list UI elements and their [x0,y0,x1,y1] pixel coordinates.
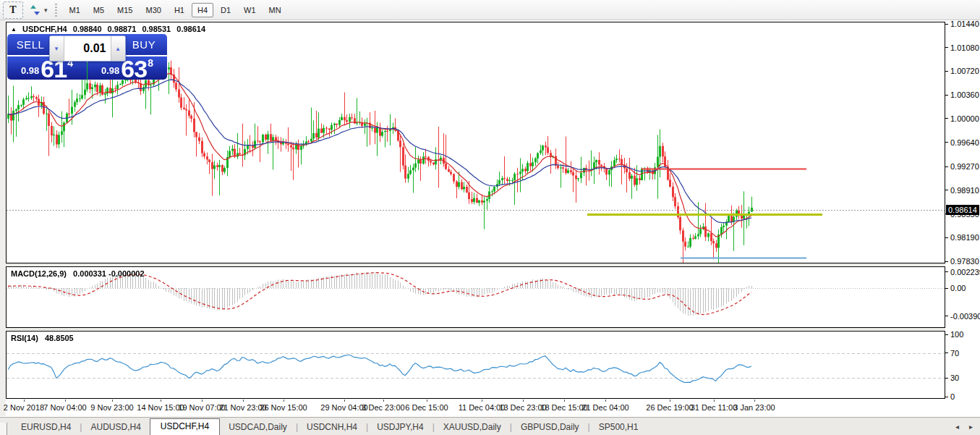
date-axis-tick [161,400,161,402]
timeframe-button-m30[interactable]: M30 [140,3,167,17]
price-axis-label: 0.99640 [950,138,979,147]
tab-scroll-right-icon[interactable]: ▸ [969,423,973,431]
date-axis-label: 3 Jan 23:00 [722,403,787,412]
price-axis-tick [945,71,948,72]
timeframe-group: M1M5M15M30H1H4D1W1MN [63,3,288,17]
volume-input[interactable] [64,36,111,61]
macd-axis-label: -0.003901 [950,312,980,321]
price-axis[interactable]: 1.014401.010801.007201.003601.000000.996… [945,20,980,400]
tab-stub [0,423,7,435]
date-axis-tick [202,400,203,402]
caret-up-icon: ▴ [116,45,120,52]
price-axis-label: 0.98190 [950,233,979,242]
pane-splitter[interactable] [6,263,945,266]
price-axis-tick [945,190,948,190]
rsi-axis-tick [945,334,948,335]
ohlc-open: 0.98840 [73,25,102,33]
date-axis-tick [427,400,427,402]
date-axis-tick [243,400,244,402]
top-toolbar: T ▾ M1M5M15M30H1H4D1W1MN [0,0,980,20]
buy-button[interactable]: BUY [121,38,167,51]
tab-scroll-controls: ◂ ▸ [955,423,973,431]
price-axis-label: 0.97830 [950,257,979,266]
tab-gbpusd-daily[interactable]: GBPUSD,Daily [512,420,588,435]
tab-audusd-h4[interactable]: AUDUSD,H4 [82,420,149,435]
tab-sp500-h1[interactable]: SP500,H1 [590,420,647,435]
chart-title: ▲ USDCHF,H4 0.98840 0.98871 0.98531 0.98… [11,25,209,33]
volume-control: ▾ ▴ [49,35,126,62]
price-axis-label: 0.98910 [950,186,979,195]
caret-down-icon: ▾ [55,45,59,52]
price-axis-tick [945,24,948,25]
rsi-axis-label: 70 [950,349,959,358]
date-axis-tick [714,400,715,402]
date-axis-tick [65,400,66,402]
ohlc-low: 0.98531 [142,25,171,33]
rsi-value: 48.8505 [45,334,74,342]
price-axis-tick [945,47,948,48]
macd-label: MACD(12,26,9) 0.000331 -0.000002 [11,269,149,278]
tab-usdchf-h4[interactable]: USDCHF,H4 [150,418,220,435]
price-axis-tick [945,142,948,143]
date-axis-label: 26 Nov 15:00 [251,403,316,412]
macd-axis-tick [945,288,948,289]
macd-pane: MACD(12,26,9) 0.000331 -0.000002 [6,266,945,328]
one-click-trading-panel: SELL BUY 0.98614 0.98638 ▾ ▴ [7,34,167,80]
rsi-axis-label: 100 [950,330,963,339]
volume-increase-button[interactable]: ▴ [111,36,125,61]
chart-symbol: USDCHF,H4 [22,25,67,33]
price-axis-label: 1.00720 [950,67,979,75]
symbols-button[interactable] [26,2,43,18]
rsi-label: RSI(14) 48.8505 [11,334,78,342]
timeframe-button-m15[interactable]: M15 [111,3,138,17]
chart-tab-bar: EURUSD,H4|AUDUSD,H4USDCHF,H4USDCAD,Daily… [0,417,980,435]
cycle-arrows-icon [30,5,40,15]
tab-usdjpy-h4[interactable]: USDJPY,H4 [368,420,432,435]
price-axis-label: 1.00360 [950,90,979,99]
sell-button[interactable]: SELL [7,38,54,51]
toolbar-grip[interactable] [55,4,57,17]
tab-usdcad-daily[interactable]: USDCAD,Daily [220,420,296,435]
rsi-axis-tick [945,352,948,353]
price-axis-label: 1.01440 [950,20,979,28]
tab-usdcnh-h4[interactable]: USDCNH,H4 [298,420,366,435]
rsi-axis-tick [945,397,948,397]
date-axis-tick [564,400,565,402]
tab-xauusd-daily[interactable]: XAUUSD,Daily [435,420,510,435]
buy-price-big: 63 [121,59,147,80]
price-axis-tick [945,166,948,167]
macd-axis-tick [945,271,948,272]
date-axis-tick [670,400,670,402]
rsi-axis-label: 0 [950,392,955,401]
rsi-pane: RSI(14) 48.8505 [6,331,945,399]
volume-decrease-button[interactable]: ▾ [50,36,64,61]
timeframe-button-d1[interactable]: D1 [215,3,237,17]
tab-scroll-left-icon[interactable]: ◂ [955,423,959,431]
date-axis-tick [112,400,113,402]
sell-price-big: 61 [41,59,67,80]
date-axis-tick [754,400,755,402]
pane-splitter[interactable] [6,328,945,330]
date-axis-label: 21 Dec 04:00 [573,403,638,412]
timeframe-button-w1[interactable]: W1 [238,3,262,17]
current-price-tag: 0.98614 [946,205,979,215]
text-tool-button[interactable]: T [3,1,23,19]
timeframe-button-m1[interactable]: M1 [64,3,86,17]
timeframe-button-h4[interactable]: H4 [192,3,213,17]
panel-collapse-arrow[interactable]: ▲ [11,26,17,33]
date-axis[interactable]: 2 Nov 20187 Nov 04:009 Nov 23:0014 Nov 1… [6,400,945,415]
rsi-axis-label: 30 [950,373,959,382]
rsi-canvas[interactable] [7,331,945,398]
left-margin [0,20,6,416]
dropdown-caret-icon[interactable]: ▾ [44,7,48,14]
macd-axis-label: 0.002239 [950,268,980,276]
timeframe-button-mn[interactable]: MN [263,3,287,17]
timeframe-button-m5[interactable]: M5 [88,3,110,17]
date-axis-tick [523,400,524,402]
buy-price-pip: 8 [148,57,153,69]
tab-eurusd-h4[interactable]: EURUSD,H4 [12,420,80,435]
timeframe-button-h1[interactable]: H1 [169,3,190,17]
date-axis-tick [383,400,384,402]
date-axis-tick [344,400,345,402]
price-axis-label: 0.99270 [950,162,979,171]
